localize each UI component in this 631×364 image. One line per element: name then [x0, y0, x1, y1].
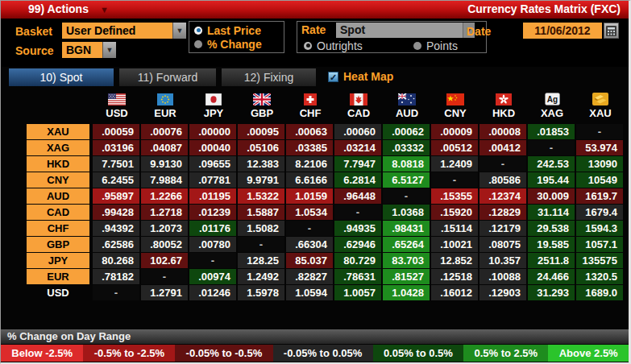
rate-cell-usd-aud[interactable]: 1.0428: [383, 285, 430, 300]
rate-cell-eur-cny[interactable]: .12518: [431, 269, 478, 284]
rate-cell-jpy-cny[interactable]: 12.852: [431, 253, 478, 268]
rate-cell-hkd-gbp[interactable]: 12.383: [238, 156, 284, 172]
rate-cell-gbp-usd[interactable]: .62586: [93, 237, 139, 252]
rate-cell-aud-xag[interactable]: 30.009: [528, 188, 575, 204]
rate-cell-jpy-hkd[interactable]: 10.357: [479, 253, 526, 268]
rate-cell-eur-usd[interactable]: .78182: [93, 269, 139, 284]
column-header-hkd[interactable]: HKD: [479, 91, 528, 122]
rate-cell-cad-eur[interactable]: 1.2718: [141, 205, 188, 220]
rate-cell-gbp-chf[interactable]: .66304: [286, 237, 333, 252]
rate-cell-eur-gbp[interactable]: 1.2492: [238, 269, 284, 284]
radio-pct-change[interactable]: % Change: [193, 37, 284, 51]
rate-cell-hkd-xag[interactable]: 242.53: [528, 156, 575, 172]
checkbox-checked-icon[interactable]: ✓: [328, 72, 338, 82]
row-header-gbp[interactable]: GBP: [27, 237, 89, 252]
row-header-jpy[interactable]: JPY: [27, 253, 89, 268]
rate-cell-jpy-aud[interactable]: 83.703: [383, 253, 430, 268]
radio-points[interactable]: Points: [412, 39, 458, 52]
radio-unselected-icon[interactable]: [413, 42, 421, 50]
rate-cell-xag-usd[interactable]: .03196: [93, 140, 139, 155]
rate-cell-hkd-eur[interactable]: 9.9130: [141, 156, 188, 172]
rate-cell-eur-aud[interactable]: .81527: [383, 269, 430, 284]
rate-cell-usd-xau[interactable]: 1689.0: [576, 285, 623, 300]
rate-cell-xau-usd[interactable]: .00059: [93, 124, 139, 139]
rate-cell-xau-gbp[interactable]: .00095: [238, 124, 284, 139]
rate-cell-chf-xag[interactable]: 29.538: [528, 221, 575, 236]
rate-cell-hkd-hkd[interactable]: -: [479, 156, 526, 172]
rate-cell-cny-eur[interactable]: 7.9884: [141, 172, 188, 188]
radio-selected-icon[interactable]: [194, 27, 202, 35]
column-header-aud[interactable]: AUD: [383, 91, 431, 122]
rate-cell-cad-usd[interactable]: .99428: [93, 205, 139, 220]
rate-cell-usd-xag[interactable]: 31.293: [528, 285, 575, 300]
rate-cell-aud-cny[interactable]: .15355: [431, 188, 478, 204]
rate-cell-xag-jpy[interactable]: .00040: [189, 140, 236, 155]
rate-cell-gbp-hkd[interactable]: .08075: [479, 237, 526, 252]
rate-cell-usd-eur[interactable]: 1.2791: [141, 285, 188, 300]
rate-cell-cny-gbp[interactable]: 9.9791: [238, 172, 284, 188]
rate-cell-gbp-eur[interactable]: .80052: [141, 237, 188, 252]
rate-cell-eur-xag[interactable]: 24.466: [528, 269, 575, 284]
basket-select[interactable]: User Defined ▼: [62, 23, 186, 39]
rate-cell-usd-cny[interactable]: .16012: [431, 285, 478, 300]
rate-cell-cad-chf[interactable]: 1.0534: [286, 205, 333, 220]
rate-cell-chf-chf[interactable]: -: [286, 221, 333, 236]
rate-cell-hkd-usd[interactable]: 7.7501: [93, 156, 139, 172]
heatmap-toggle[interactable]: ✓ Heat Map: [328, 70, 393, 83]
rate-cell-jpy-xau[interactable]: 135575: [576, 253, 623, 268]
rate-cell-jpy-cad[interactable]: 80.729: [334, 253, 381, 268]
radio-outrights[interactable]: Outrights: [302, 39, 363, 52]
rate-cell-xau-aud[interactable]: .00062: [383, 124, 430, 139]
rate-cell-aud-xau[interactable]: 1619.7: [576, 188, 623, 204]
rate-cell-gbp-cny[interactable]: .10021: [431, 237, 478, 252]
rate-cell-cad-cny[interactable]: .15920: [431, 205, 478, 220]
column-header-jpy[interactable]: JPY: [189, 91, 238, 122]
rate-cell-xag-cny[interactable]: .00512: [431, 140, 478, 155]
rate-cell-xau-jpy[interactable]: .00000: [189, 124, 236, 139]
chevron-down-icon[interactable]: ▼: [102, 42, 116, 58]
rate-cell-usd-gbp[interactable]: 1.5978: [238, 285, 284, 300]
rate-cell-hkd-cad[interactable]: 7.7947: [334, 156, 381, 172]
column-header-xau[interactable]: XAU: [576, 91, 625, 122]
row-header-eur[interactable]: EUR: [27, 269, 89, 284]
rate-cell-aud-gbp[interactable]: 1.5322: [238, 188, 284, 204]
rate-cell-aud-cad[interactable]: .96448: [334, 188, 381, 204]
rate-cell-cad-gbp[interactable]: 1.5887: [238, 205, 284, 220]
rate-cell-aud-aud[interactable]: -: [383, 188, 430, 204]
rate-cell-usd-chf[interactable]: 1.0594: [286, 285, 333, 300]
rate-cell-eur-hkd[interactable]: .10088: [479, 269, 526, 284]
rate-cell-hkd-jpy[interactable]: .09655: [189, 156, 236, 172]
row-header-xau[interactable]: XAU: [27, 124, 89, 139]
radio-unselected-icon[interactable]: [194, 40, 202, 48]
rate-cell-jpy-chf[interactable]: 85.037: [286, 253, 333, 268]
rate-cell-gbp-jpy[interactable]: .00780: [189, 237, 236, 252]
column-header-gbp[interactable]: GBP: [238, 91, 286, 122]
column-header-xag[interactable]: AgXAG: [528, 91, 576, 122]
rate-cell-chf-aud[interactable]: .98431: [383, 221, 430, 236]
rate-cell-xag-xag[interactable]: -: [528, 140, 575, 155]
rate-cell-gbp-cad[interactable]: .62946: [334, 237, 381, 252]
rate-cell-xau-xau[interactable]: -: [576, 124, 623, 139]
rate-cell-eur-jpy[interactable]: .00974: [189, 269, 236, 284]
rate-cell-jpy-usd[interactable]: 80.268: [93, 253, 139, 268]
rate-cell-cny-cad[interactable]: 6.2814: [334, 172, 381, 188]
rate-cell-cny-aud[interactable]: 6.5127: [383, 172, 430, 188]
rate-cell-gbp-aud[interactable]: .65264: [383, 237, 430, 252]
column-header-cny[interactable]: CNY: [431, 91, 479, 122]
rate-cell-xau-cny[interactable]: .00009: [431, 124, 478, 139]
rate-cell-xau-cad[interactable]: .00060: [334, 124, 381, 139]
rate-cell-chf-cny[interactable]: .15114: [431, 221, 478, 236]
rate-cell-gbp-xag[interactable]: 19.585: [528, 237, 575, 252]
column-header-eur[interactable]: EUR: [141, 91, 189, 122]
date-field[interactable]: 11/06/2012: [523, 23, 602, 39]
rate-cell-eur-chf[interactable]: .82827: [286, 269, 333, 284]
rate-cell-gbp-gbp[interactable]: -: [238, 237, 284, 252]
rate-cell-xag-eur[interactable]: .04087: [141, 140, 188, 155]
rate-cell-cny-usd[interactable]: 6.2455: [93, 172, 139, 188]
rate-cell-chf-eur[interactable]: 1.2073: [141, 221, 188, 236]
rate-cell-jpy-gbp[interactable]: 128.25: [238, 253, 284, 268]
rate-cell-cad-jpy[interactable]: .01239: [189, 205, 236, 220]
calendar-button[interactable]: [604, 23, 619, 39]
rate-cell-xag-chf[interactable]: .03385: [286, 140, 333, 155]
rate-cell-chf-jpy[interactable]: .01176: [189, 221, 236, 236]
